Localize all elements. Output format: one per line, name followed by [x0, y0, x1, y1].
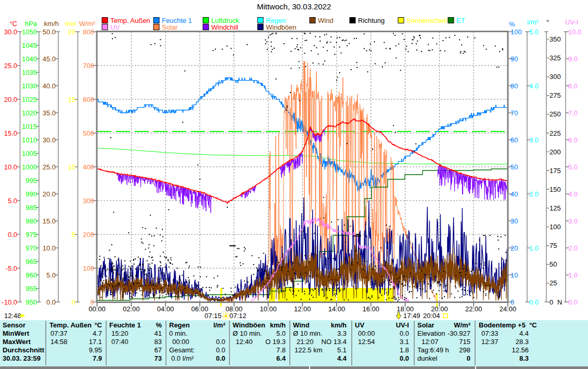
svg-text:5.0: 5.0 [529, 28, 539, 36]
svg-text:100: 100 [549, 223, 561, 231]
svg-text:22:00: 22:00 [465, 305, 482, 313]
svg-text:4.0: 4.0 [529, 82, 539, 90]
svg-text:35.0: 35.0 [43, 109, 56, 117]
svg-text:Richtung: Richtung [358, 17, 385, 24]
svg-text:17:49: 17:49 [403, 312, 420, 320]
svg-text:ET: ET [456, 17, 465, 24]
svg-text:1005: 1005 [22, 150, 37, 157]
svg-text:-10.0: -10.0 [2, 298, 17, 306]
svg-text:Wind: Wind [318, 17, 334, 24]
svg-text:8.0: 8.0 [568, 82, 578, 90]
svg-text:970: 970 [25, 244, 37, 252]
svg-text:985: 985 [25, 204, 37, 212]
svg-text:07:12: 07:12 [229, 312, 247, 320]
svg-text:1015: 1015 [22, 123, 37, 130]
svg-text:980: 980 [25, 217, 37, 225]
svg-text:200: 200 [83, 231, 94, 239]
svg-text:50.0: 50.0 [43, 28, 56, 36]
svg-text:975: 975 [25, 231, 37, 239]
svg-text:1030: 1030 [22, 82, 37, 90]
svg-text:995: 995 [25, 177, 37, 184]
svg-text:1040: 1040 [22, 55, 37, 63]
svg-text:3.0: 3.0 [529, 136, 539, 144]
svg-text:hPa: hPa [25, 20, 37, 28]
svg-text:0.0: 0.0 [568, 298, 578, 306]
svg-text:°C: °C [9, 20, 17, 28]
svg-text:45.0: 45.0 [43, 55, 56, 63]
svg-text:7.0: 7.0 [568, 109, 578, 117]
svg-text:°: ° [546, 18, 549, 26]
svg-text:1020: 1020 [22, 109, 37, 117]
svg-text:50: 50 [510, 163, 518, 171]
svg-text:10.0: 10.0 [43, 244, 56, 252]
svg-text:175: 175 [549, 167, 561, 175]
svg-text:20: 20 [68, 28, 75, 36]
svg-text:3.0: 3.0 [568, 217, 578, 225]
svg-text:5.0: 5.0 [8, 197, 17, 205]
svg-text:350: 350 [549, 35, 561, 43]
svg-text:-5.0: -5.0 [6, 265, 17, 272]
svg-text:1050: 1050 [22, 28, 37, 36]
svg-text:04:00: 04:00 [157, 305, 174, 313]
svg-text:325: 325 [549, 54, 561, 62]
svg-text:24:00: 24:00 [500, 305, 517, 313]
svg-text:75: 75 [549, 242, 557, 249]
svg-text:20:04: 20:04 [423, 312, 440, 320]
svg-text:275: 275 [549, 91, 561, 99]
svg-text:200: 200 [549, 148, 561, 156]
svg-text:0: 0 [549, 298, 553, 306]
svg-text:25.0: 25.0 [43, 163, 56, 171]
svg-text:10.0: 10.0 [4, 163, 17, 171]
svg-text:25.0: 25.0 [4, 62, 17, 70]
svg-text:0.0: 0.0 [529, 298, 539, 306]
svg-text:Mittwoch, 30.03.2022: Mittwoch, 30.03.2022 [257, 2, 331, 11]
svg-text:80: 80 [510, 82, 518, 90]
svg-text:1010: 1010 [22, 136, 37, 144]
svg-text:50: 50 [549, 260, 557, 268]
svg-text:15.0: 15.0 [4, 129, 17, 137]
svg-text:30: 30 [510, 217, 518, 225]
svg-text:25: 25 [549, 279, 557, 287]
svg-text:990: 990 [25, 190, 37, 198]
svg-text:02:00: 02:00 [123, 305, 140, 313]
svg-text:955: 955 [25, 285, 37, 293]
svg-text:1045: 1045 [22, 42, 37, 49]
svg-text:Sonnenschein: Sonnenschein [406, 17, 449, 24]
svg-text:10: 10 [510, 271, 518, 279]
svg-text:40.0: 40.0 [43, 82, 56, 90]
svg-text:960: 960 [25, 271, 37, 279]
svg-text:15.0: 15.0 [43, 217, 56, 225]
svg-text:1025: 1025 [22, 96, 37, 103]
svg-text:60: 60 [510, 136, 518, 144]
svg-text:14:00: 14:00 [328, 305, 346, 313]
svg-text:15: 15 [68, 96, 75, 103]
svg-text:l/m²: l/m² [527, 18, 539, 26]
svg-text:100: 100 [510, 28, 522, 36]
svg-text:20.0: 20.0 [43, 190, 56, 198]
svg-text:150: 150 [549, 186, 561, 193]
svg-text:5.0: 5.0 [46, 271, 56, 279]
svg-text:km/h: km/h [44, 20, 59, 28]
svg-text:9.0: 9.0 [568, 55, 578, 63]
svg-text:N: N [557, 298, 562, 306]
svg-text:UV-I: UV-I [565, 18, 578, 26]
svg-text:800: 800 [83, 28, 94, 36]
svg-text:0: 0 [72, 298, 75, 306]
svg-text:2.0: 2.0 [568, 244, 578, 252]
svg-text:90: 90 [510, 55, 518, 63]
svg-text:950: 950 [25, 298, 37, 306]
svg-text:2.0: 2.0 [529, 190, 539, 198]
svg-text:Solar: Solar [162, 23, 178, 31]
svg-text:10: 10 [68, 163, 75, 171]
svg-text:16:00: 16:00 [363, 305, 380, 313]
svg-text:10:00: 10:00 [260, 305, 277, 313]
svg-text:1000: 1000 [22, 163, 37, 171]
svg-text:5: 5 [72, 231, 75, 239]
svg-text:965: 965 [25, 258, 37, 266]
svg-text:300: 300 [83, 197, 94, 205]
svg-text:0.0: 0.0 [46, 298, 56, 306]
svg-text:20: 20 [510, 244, 518, 252]
svg-text:30.0: 30.0 [4, 28, 17, 36]
svg-text:700: 700 [83, 62, 94, 70]
svg-text:70: 70 [510, 109, 518, 117]
